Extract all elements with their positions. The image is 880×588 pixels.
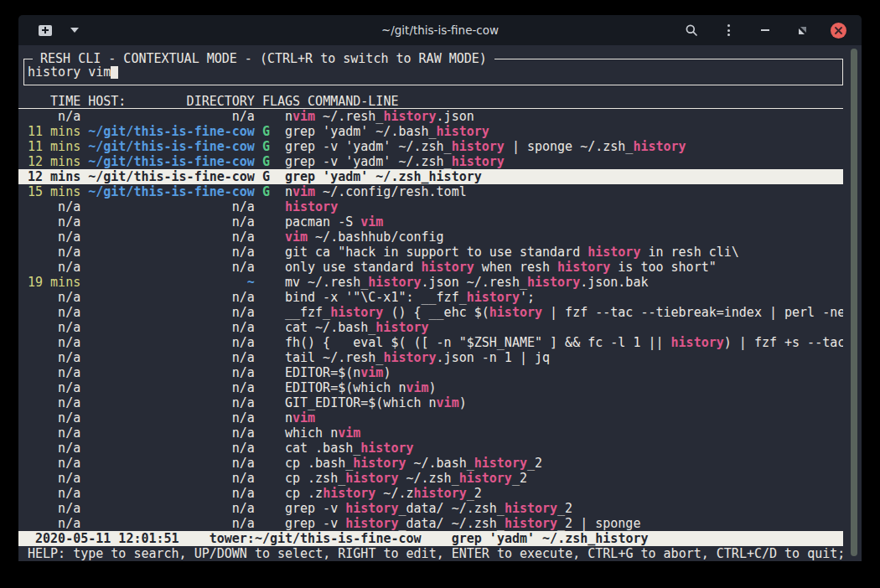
row-directory: n/a	[88, 109, 255, 124]
row-command: mv ~/.resh_history.json ~/.resh_history.…	[285, 275, 649, 290]
history-row[interactable]: n/an/afh() { eval $( ([ -n "$ZSH_NAME" ]…	[18, 335, 843, 350]
history-row[interactable]: n/an/atail ~/.resh_history.json -n 1 | j…	[18, 350, 843, 365]
titlebar: ~/git/this-is-fine-cow	[18, 15, 862, 45]
history-row[interactable]: 19 mins~mv ~/.resh_history.json ~/.resh_…	[18, 275, 843, 290]
row-directory: n/a	[88, 380, 255, 395]
new-tab-icon	[39, 25, 52, 36]
history-row[interactable]: n/an/aonly use standard history when res…	[18, 260, 843, 275]
history-row[interactable]: n/an/apacman -S vim	[18, 214, 843, 230]
history-row[interactable]: n/an/ahistory	[18, 199, 843, 214]
history-row[interactable]: n/an/acat ~/.bash_history	[18, 320, 843, 335]
history-row[interactable]: n/an/awhich nvim	[18, 426, 843, 441]
status-location: tower:~/git/this-is-fine-cow	[210, 531, 422, 546]
row-command: which nvim	[285, 426, 360, 441]
history-row[interactable]: n/an/agrep -v history_data/ ~/.zsh_histo…	[18, 501, 843, 516]
row-command: grep 'yadm' ~/.zsh_history	[285, 169, 482, 184]
row-time: n/a	[28, 501, 80, 516]
row-directory: n/a	[88, 456, 255, 471]
row-time: n/a	[28, 230, 80, 245]
minimize-button[interactable]	[757, 22, 774, 39]
history-row[interactable]: n/an/a__fzf_history () { __ehc $(history…	[18, 305, 843, 320]
history-row[interactable]: n/an/aEDITOR=$(which nvim)	[18, 380, 843, 395]
row-directory: ~/git/this-is-fine-cow	[88, 184, 255, 199]
row-command: cat ~/.bash_history	[285, 320, 429, 335]
row-command: cp .zhistory ~/.zhistory_2	[285, 486, 482, 501]
row-command: history	[285, 199, 338, 214]
row-directory: n/a	[88, 245, 255, 260]
row-flag: G	[262, 139, 270, 154]
row-time: n/a	[28, 395, 80, 410]
row-time: 12 mins	[28, 154, 80, 169]
row-time: n/a	[28, 245, 80, 260]
row-command: cp .zsh_history ~/.zsh_history_2	[285, 471, 527, 486]
history-row[interactable]: n/an/anvim ~/.resh_history.json	[18, 109, 843, 124]
scrollbar[interactable]	[851, 49, 857, 556]
search-input[interactable]: history vim	[28, 64, 111, 80]
row-time: n/a	[28, 290, 80, 305]
row-time: n/a	[28, 365, 80, 380]
row-directory: n/a	[88, 199, 255, 214]
row-directory: n/a	[88, 426, 255, 441]
help-line: HELP: type to search, UP/DOWN to select,…	[18, 546, 843, 561]
row-command: EDITOR=$(nvim)	[285, 365, 391, 380]
history-row[interactable]: n/an/anvim	[18, 410, 843, 426]
row-time: 12 mins	[28, 169, 80, 184]
history-row[interactable]: n/an/aEDITOR=$(nvim)	[18, 365, 843, 380]
row-time: n/a	[28, 426, 80, 441]
terminal: RESH CLI - CONTEXTUAL MODE - (CTRL+R to …	[18, 45, 862, 561]
history-row[interactable]: n/an/acat .bash_history	[18, 441, 843, 456]
row-command: cp .bash_history ~/.bash_history_2	[285, 456, 542, 471]
row-time: 11 mins	[28, 139, 80, 154]
row-directory: n/a	[88, 501, 255, 516]
minimize-icon	[761, 29, 769, 31]
menu-button[interactable]	[720, 22, 737, 39]
close-button[interactable]	[831, 23, 846, 39]
history-row[interactable]: n/an/acp .zhistory ~/.zhistory_2	[18, 486, 843, 501]
row-directory: ~	[88, 275, 255, 290]
history-row[interactable]: n/an/acp .zsh_history ~/.zsh_history_2	[18, 471, 843, 486]
row-directory: n/a	[88, 395, 255, 410]
row-time: 11 mins	[28, 124, 80, 139]
row-command: git ca "hack in support to use standard …	[285, 245, 739, 260]
row-directory: n/a	[88, 365, 255, 380]
history-row[interactable]: n/an/agit ca "hack in support to use sta…	[18, 245, 843, 260]
row-directory: ~/git/this-is-fine-cow	[88, 124, 255, 139]
row-directory: n/a	[88, 260, 255, 275]
search-button[interactable]	[683, 22, 700, 39]
row-command: cat .bash_history	[285, 441, 414, 456]
row-flag: G	[262, 124, 270, 139]
row-time: n/a	[28, 380, 80, 395]
history-row[interactable]: n/an/aGIT_EDITOR=$(which nvim)	[18, 395, 843, 410]
history-row[interactable]: n/an/avim ~/.bashhub/config	[18, 230, 843, 245]
row-time: n/a	[28, 410, 80, 426]
restore-button[interactable]	[794, 22, 810, 39]
history-row[interactable]: 11 mins~/git/this-is-fine-cowGgrep -v 'y…	[18, 139, 843, 154]
row-time: n/a	[28, 471, 80, 486]
new-tab-button[interactable]	[37, 22, 54, 39]
row-directory: n/a	[88, 516, 255, 531]
header-host-directory: HOST:DIRECTORY	[88, 94, 255, 109]
row-directory: ~/git/this-is-fine-cow	[88, 169, 255, 184]
tab-dropdown-button[interactable]	[66, 22, 83, 39]
row-command: fh() { eval $( ([ -n "$ZSH_NAME" ] && fc…	[285, 335, 843, 350]
history-row[interactable]: 12 mins~/git/this-is-fine-cowGgrep 'yadm…	[18, 169, 843, 184]
close-icon	[835, 27, 842, 34]
history-row[interactable]: 11 mins~/git/this-is-fine-cowGgrep 'yadm…	[18, 124, 843, 139]
row-command: vim ~/.bashhub/config	[285, 230, 444, 245]
row-time: 15 mins	[28, 184, 80, 199]
row-time: n/a	[28, 516, 80, 531]
row-command: tail ~/.resh_history.json -n 1 | jq	[285, 350, 550, 365]
row-command: grep -v history_data/ ~/.zsh_history_2 |…	[285, 516, 640, 531]
history-row[interactable]: 15 mins~/git/this-is-fine-cowGnvim ~/.co…	[18, 184, 843, 199]
row-directory: n/a	[88, 305, 255, 320]
row-directory: n/a	[88, 214, 255, 230]
history-row[interactable]: n/an/agrep -v history_data/ ~/.zsh_histo…	[18, 516, 843, 531]
history-row[interactable]: 12 mins~/git/this-is-fine-cowGgrep -v 'y…	[18, 154, 843, 169]
history-row[interactable]: n/an/acp .bash_history ~/.bash_history_2	[18, 456, 843, 471]
row-time: n/a	[28, 305, 80, 320]
row-directory: n/a	[88, 320, 255, 335]
history-row[interactable]: n/an/abind -x '"\C-x1": __fzf_history';	[18, 290, 843, 305]
header-command: COMMAND-LINE	[308, 94, 398, 109]
row-time: n/a	[28, 350, 80, 365]
resh-search-box: RESH CLI - CONTEXTUAL MODE - (CTRL+R to …	[23, 59, 843, 85]
